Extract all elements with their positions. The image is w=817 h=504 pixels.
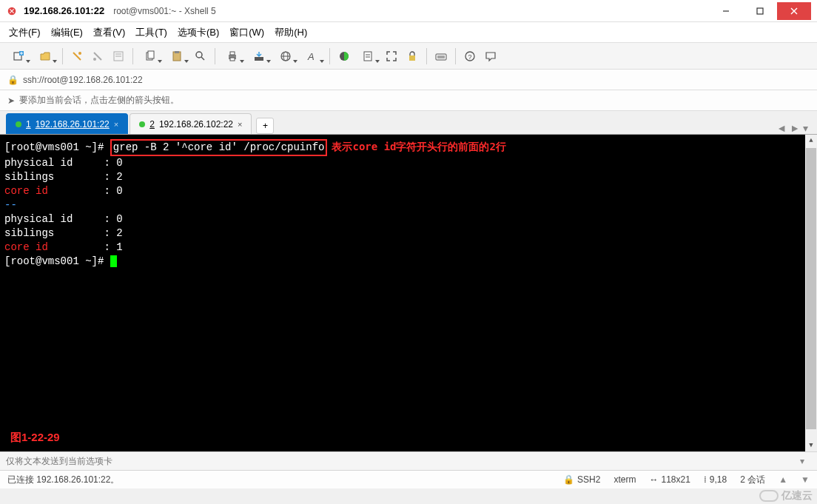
toolbar-separator xyxy=(215,48,215,64)
properties-button[interactable] xyxy=(109,47,128,66)
menu-window[interactable]: 窗口(W) xyxy=(229,26,264,39)
app-icon xyxy=(6,5,18,17)
window-title-sub: root@vms001:~ - Xshell 5 xyxy=(113,6,216,16)
reconnect-button[interactable] xyxy=(67,47,87,66)
prompt: [root@vms001 ~]# xyxy=(4,141,110,153)
add-tab-button[interactable]: + xyxy=(256,118,274,134)
help-button[interactable]: ? xyxy=(460,47,480,66)
tab-prev-icon[interactable]: ◄ xyxy=(776,122,787,134)
annotation: 表示core id字符开头行的前面的2行 xyxy=(332,141,505,152)
tab-num: 2 xyxy=(149,119,155,130)
status-protocol: 🔒SSH2 xyxy=(563,474,600,485)
new-session-button[interactable] xyxy=(6,47,31,66)
scrollbar[interactable]: ▲ ▼ xyxy=(805,135,817,451)
svg-rect-2 xyxy=(757,8,763,14)
tab-label: 192.168.26.101:22 xyxy=(36,119,110,130)
font-button[interactable]: A xyxy=(300,47,325,66)
cursor-pos-icon: ⁞ xyxy=(704,474,707,485)
window-controls xyxy=(709,2,811,20)
svg-rect-17 xyxy=(175,51,179,53)
scroll-down-icon[interactable]: ▼ xyxy=(805,440,817,451)
status-up-icon[interactable]: ▲ xyxy=(779,474,787,485)
scroll-up-icon[interactable]: ▲ xyxy=(805,135,817,147)
svg-line-19 xyxy=(201,57,204,60)
svg-rect-33 xyxy=(436,54,446,60)
menu-file[interactable]: 文件(F) xyxy=(9,26,41,39)
address-bar[interactable]: 🔒 ssh://root@192.168.26.101:22 xyxy=(0,70,817,90)
menu-view[interactable]: 查看(V) xyxy=(93,26,125,39)
command-highlight: grep -B 2 '^core id' /proc/cpuinfo xyxy=(110,139,328,156)
scrollbar-thumb[interactable] xyxy=(806,148,816,429)
language-button[interactable] xyxy=(273,47,298,66)
svg-rect-15 xyxy=(148,51,154,58)
tab-next-icon[interactable]: ► xyxy=(790,122,800,134)
toolbar-separator xyxy=(132,48,133,64)
status-sessions: 2 会话 xyxy=(740,474,765,486)
resize-icon: ↔ xyxy=(649,474,658,485)
info-text: 要添加当前会话，点击左侧的箭头按钮。 xyxy=(19,94,179,107)
status-down-icon[interactable]: ▼ xyxy=(801,474,810,485)
figure-label: 图1-22-29 xyxy=(10,430,60,444)
tab-nav: ◄ ► ▾ xyxy=(776,122,811,134)
transfer-button[interactable] xyxy=(246,47,272,66)
svg-point-18 xyxy=(196,52,202,58)
script-button[interactable] xyxy=(355,47,380,66)
svg-text:A: A xyxy=(307,51,315,62)
tab-label: 192.168.26.102:22 xyxy=(159,119,233,130)
arrow-icon[interactable]: ➤ xyxy=(7,95,15,106)
find-button[interactable] xyxy=(191,47,210,66)
toolbar: A ? xyxy=(0,43,817,70)
menu-tools[interactable]: 工具(T) xyxy=(135,26,167,39)
status-cursor: ⁞9,18 xyxy=(704,474,727,485)
watermark: 亿速云 xyxy=(759,489,813,503)
minimize-button[interactable] xyxy=(709,2,743,20)
info-bar: ➤ 要添加当前会话，点击左侧的箭头按钮。 xyxy=(0,90,817,111)
terminal[interactable]: [root@vms001 ~]# grep -B 2 '^core id' /p… xyxy=(0,135,817,451)
session-tab-2[interactable]: 2 192.168.26.102:22 × xyxy=(130,113,252,134)
lock-icon: 🔒 xyxy=(7,75,19,85)
menu-edit[interactable]: 编辑(E) xyxy=(51,26,83,39)
toolbar-separator xyxy=(62,48,63,64)
tab-close-icon[interactable]: × xyxy=(114,120,118,129)
feedback-button[interactable] xyxy=(481,47,500,66)
fullscreen-button[interactable] xyxy=(382,47,401,66)
keyboard-button[interactable] xyxy=(431,47,451,66)
tab-bar: 1 192.168.26.101:22 × 2 192.168.26.102:2… xyxy=(0,111,817,135)
svg-rect-23 xyxy=(255,57,263,61)
paste-button[interactable] xyxy=(164,47,189,66)
send-bar: ▾ xyxy=(0,451,817,471)
toolbar-separator xyxy=(426,48,427,64)
tab-close-icon[interactable]: × xyxy=(238,120,242,129)
status-dot-icon xyxy=(139,121,145,127)
close-button[interactable] xyxy=(777,2,811,20)
copy-button[interactable] xyxy=(138,47,163,66)
disconnect-button[interactable] xyxy=(88,47,107,66)
tab-menu-icon[interactable]: ▾ xyxy=(803,122,808,134)
maximize-button[interactable] xyxy=(743,2,777,20)
cursor-icon xyxy=(110,255,117,267)
menu-tabs[interactable]: 选项卡(B) xyxy=(178,26,219,39)
window-title-ip: 192.168.26.101:22 xyxy=(24,5,104,16)
status-connected: 已连接 192.168.26.101:22。 xyxy=(7,474,550,486)
title-bar: 192.168.26.101:22 root@vms001:~ - Xshell… xyxy=(0,0,817,22)
color-scheme-button[interactable] xyxy=(334,47,354,66)
svg-rect-32 xyxy=(409,56,415,61)
lock-button[interactable] xyxy=(403,47,422,66)
status-bar: 已连接 192.168.26.101:22。 🔒SSH2 xterm ↔118x… xyxy=(0,471,817,488)
status-dot-icon xyxy=(16,121,21,127)
toolbar-separator xyxy=(455,48,456,64)
address-url: ssh://root@192.168.26.101:22 xyxy=(23,75,143,85)
session-tab-1[interactable]: 1 192.168.26.101:22 × xyxy=(6,113,128,134)
tab-num: 1 xyxy=(26,119,31,130)
terminal-output: physical id : 0siblings : 2core id : 0--… xyxy=(4,156,813,255)
open-session-button[interactable] xyxy=(33,47,58,66)
svg-point-9 xyxy=(78,52,81,55)
watermark-logo-icon xyxy=(759,490,779,502)
print-button[interactable] xyxy=(220,47,245,66)
send-input[interactable] xyxy=(6,456,793,466)
toolbar-separator xyxy=(329,48,330,64)
menu-help[interactable]: 帮助(H) xyxy=(275,26,307,39)
svg-text:?: ? xyxy=(468,53,472,61)
send-menu-icon[interactable]: ▾ xyxy=(793,456,811,466)
status-term-type: xterm xyxy=(613,474,636,485)
